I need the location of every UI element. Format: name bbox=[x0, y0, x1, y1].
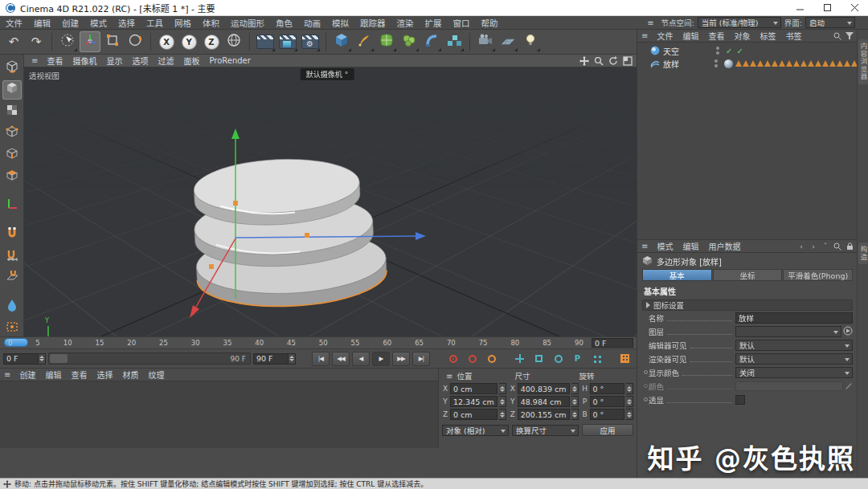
layer-browser-icon[interactable] bbox=[843, 324, 853, 339]
spinner[interactable] bbox=[626, 383, 633, 394]
keyframe-selection-button[interactable] bbox=[483, 352, 500, 366]
polygon-selection-tag-icon[interactable] bbox=[815, 60, 821, 67]
am-search-icon[interactable] bbox=[833, 242, 842, 251]
polygon-selection-tag-icon[interactable] bbox=[735, 60, 742, 67]
coordinate-mode-dropdown[interactable]: 对象 (相对) bbox=[442, 425, 509, 436]
viewport-solo-button[interactable] bbox=[2, 297, 22, 316]
lock-x-axis-button[interactable]: X bbox=[156, 31, 177, 52]
color-edit-icon[interactable] bbox=[845, 378, 853, 393]
redo-button[interactable]: ↷ bbox=[26, 31, 47, 52]
editor-visibility-dropdown[interactable]: 默认 bbox=[735, 340, 853, 351]
array-button[interactable] bbox=[444, 31, 465, 52]
undo-button[interactable]: ↶ bbox=[3, 31, 24, 52]
anim-circle-icon[interactable] bbox=[642, 370, 649, 374]
spinner[interactable] bbox=[626, 409, 633, 420]
color-swatch[interactable] bbox=[735, 381, 843, 391]
rot-p-field[interactable]: 0 ° bbox=[590, 396, 624, 407]
object-name[interactable]: 放样 bbox=[663, 58, 708, 70]
model-mode-button[interactable] bbox=[2, 80, 22, 100]
am-forward-icon[interactable]: › bbox=[809, 242, 818, 251]
am-menu-edit[interactable]: 编辑 bbox=[678, 240, 703, 252]
light-button[interactable] bbox=[520, 31, 541, 52]
size-mode-dropdown[interactable]: 换算尺寸 bbox=[512, 425, 579, 436]
menubar-item-create[interactable]: 创建 bbox=[56, 17, 84, 29]
object-manager[interactable]: 天空 ✓ ✓ 放样 bbox=[637, 43, 858, 240]
scale-tool-button[interactable] bbox=[102, 31, 123, 52]
attribute-manager-menu-icon[interactable]: ≡ bbox=[637, 242, 652, 251]
lock-y-axis-button[interactable]: Y bbox=[178, 31, 199, 52]
menubar-item-select[interactable]: 选择 bbox=[113, 17, 141, 29]
om-menu-bookmarks[interactable]: 书签 bbox=[780, 30, 806, 42]
viewport-zoom-icon[interactable] bbox=[592, 55, 604, 66]
lock-workplane-button[interactable] bbox=[2, 319, 22, 338]
viewport-menu-options[interactable]: 选项 bbox=[127, 55, 153, 67]
primitive-cube-button[interactable] bbox=[331, 31, 352, 52]
viewport-menu-prorender[interactable]: ProRender bbox=[204, 56, 255, 65]
timeline-window-button[interactable] bbox=[616, 352, 633, 366]
camera-button[interactable] bbox=[475, 31, 496, 52]
spinner[interactable] bbox=[571, 396, 579, 407]
quantize-button[interactable] bbox=[2, 247, 22, 266]
size-y-field[interactable]: 48.984 cm bbox=[518, 396, 570, 407]
tab-basic[interactable]: 基本 bbox=[642, 269, 712, 281]
menubar-item-file[interactable]: 文件 bbox=[0, 17, 28, 29]
viewport-menu-view[interactable]: 查看 bbox=[42, 55, 68, 67]
viewport-panel-menu-icon[interactable]: ≡ bbox=[27, 56, 42, 65]
play-button[interactable]: ▶ bbox=[372, 352, 390, 366]
workplane-snap-button[interactable] bbox=[2, 268, 22, 287]
tab-coordinates[interactable]: 坐标 bbox=[713, 269, 783, 281]
viewport-menu-display[interactable]: 显示 bbox=[101, 55, 127, 67]
edges-mode-button[interactable] bbox=[2, 145, 22, 165]
viewport-toggle-icon[interactable] bbox=[621, 55, 633, 66]
material-menu-view[interactable]: 查看 bbox=[66, 369, 92, 381]
material-menu-edit[interactable]: 编辑 bbox=[40, 369, 66, 381]
spline-pen-button[interactable] bbox=[354, 31, 375, 52]
menubar-item-window[interactable]: 窗口 bbox=[448, 17, 476, 29]
record-parameter-toggle[interactable]: P bbox=[569, 352, 586, 366]
enabled-check-icon[interactable]: ✓ bbox=[726, 47, 732, 55]
polygon-selection-tag-icon[interactable] bbox=[757, 60, 764, 67]
viewport-menu-panel[interactable]: 面板 bbox=[178, 55, 204, 67]
rotate-tool-button[interactable] bbox=[125, 31, 145, 52]
renderer-visibility-dropdown[interactable]: 默认 bbox=[735, 353, 853, 365]
enable-snap-button[interactable] bbox=[2, 225, 22, 244]
menubar-item-animate[interactable]: 动画 bbox=[298, 17, 326, 29]
coordinates-menu-icon[interactable]: ≡ bbox=[442, 372, 457, 381]
om-search-icon[interactable] bbox=[833, 32, 842, 40]
timeline-range-handle[interactable] bbox=[50, 354, 68, 363]
pos-y-field[interactable]: 12.345 cm bbox=[450, 396, 497, 407]
am-back-icon[interactable]: ‹ bbox=[796, 242, 806, 251]
material-menu-texture[interactable]: 纹理 bbox=[143, 369, 169, 381]
visibility-dots[interactable] bbox=[716, 47, 719, 55]
apply-button[interactable]: 应用 bbox=[582, 424, 633, 436]
menubar-item-extensions[interactable]: 扩展 bbox=[420, 17, 448, 29]
tab-phong[interactable]: 平滑着色(Phong) bbox=[783, 269, 853, 281]
menubar-item-tools[interactable]: 工具 bbox=[141, 17, 169, 29]
menubar-item-render[interactable]: 渲染 bbox=[391, 17, 420, 29]
object-row-sky[interactable]: 天空 ✓ ✓ bbox=[637, 44, 858, 57]
content-browser-tab[interactable]: 内容浏览器 bbox=[858, 39, 868, 84]
name-input[interactable]: 放样 bbox=[735, 312, 853, 324]
menubar-item-help[interactable]: 帮助 bbox=[476, 17, 504, 29]
camera-label[interactable]: 默认摄像机° bbox=[301, 68, 354, 80]
polygon-selection-tag-icon[interactable] bbox=[772, 60, 778, 67]
go-to-end-button[interactable]: ▶| bbox=[412, 352, 430, 366]
viewport[interactable]: Y X Z 透视视图 默认摄像机° 网格间距 : 100 cm bbox=[24, 67, 637, 366]
menubar-item-edit[interactable]: 编辑 bbox=[28, 17, 56, 29]
previous-frame-button[interactable]: ◀ bbox=[352, 352, 370, 366]
material-menu-create[interactable]: 创建 bbox=[14, 369, 40, 381]
size-x-field[interactable]: 400.839 cm bbox=[518, 383, 570, 394]
record-keyframe-button[interactable] bbox=[444, 352, 461, 366]
maximize-button[interactable] bbox=[813, 0, 841, 16]
enabled-check-icon[interactable]: ✓ bbox=[736, 47, 743, 55]
polygon-selection-tag-icon[interactable] bbox=[743, 60, 749, 67]
object-row-loft[interactable]: 放样 bbox=[637, 57, 858, 70]
polygons-mode-button[interactable] bbox=[2, 167, 22, 186]
menubar-item-mode[interactable]: 模式 bbox=[84, 17, 113, 29]
polygon-selection-tag-icon[interactable] bbox=[764, 60, 771, 67]
structure-tab[interactable]: 构造 bbox=[858, 242, 868, 264]
max-frame-field[interactable]: 90 F bbox=[253, 353, 296, 365]
record-position-toggle[interactable] bbox=[511, 352, 528, 366]
material-panel-menu-icon[interactable]: ≡ bbox=[0, 370, 14, 379]
om-menu-file[interactable]: 文件 bbox=[652, 30, 678, 42]
